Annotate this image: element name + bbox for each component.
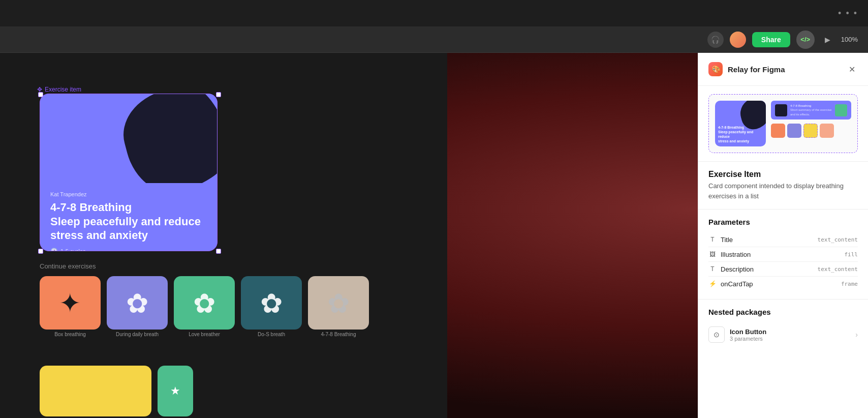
preview-row-title: 4-7-8 Breathing <box>790 104 832 108</box>
toolbar-dots: • • • <box>838 8 858 19</box>
mini-card-label-2: Love breather <box>174 332 235 337</box>
selection-label: Exercise item <box>37 86 81 93</box>
bottom-card-yellow[interactable] <box>40 366 151 416</box>
preview-row-sub: Short summary of the exercise and its ef… <box>790 108 832 116</box>
param-left-title: T Title <box>708 235 733 244</box>
exercise-card-main[interactable]: Kat Trapendez 4-7-8 BreathingSleep peace… <box>40 94 218 251</box>
param-name-oncardtap: onCardTap <box>721 280 753 288</box>
nested-packages-heading: Nested packages <box>708 308 858 316</box>
param-type-illustration: fill <box>845 251 858 258</box>
blob-icon-3: ✿ <box>260 287 283 319</box>
zoom-indicator[interactable]: 100% <box>841 36 858 43</box>
mini-card-box-breathing[interactable]: ✦ <box>40 276 101 330</box>
blob-icon-2: ✿ <box>193 287 215 319</box>
bottom-cards: ★ <box>40 366 193 416</box>
card-meta: 🕐 1-5 cycles <box>50 248 207 252</box>
mini-card-love-breather[interactable]: ✿ <box>174 276 235 330</box>
param-row-illustration: 🖼 Illustration fill <box>708 247 858 262</box>
blob-icon-4: ✿ <box>327 287 350 319</box>
nested-icon-box: ⊙ <box>708 326 725 343</box>
param-row-title: T Title text_content <box>708 232 858 247</box>
param-name-illustration: Illustration <box>721 251 751 258</box>
green-card-icon: ★ <box>170 384 180 398</box>
parameters-section: Parameters T Title text_content 🖼 Illust… <box>698 210 868 300</box>
nested-row-icon-button[interactable]: ⊙ Icon Button 3 parameters › <box>708 322 858 347</box>
param-left-description: T Description <box>708 265 754 273</box>
mini-card-do-s-breath[interactable]: ✿ <box>241 276 302 330</box>
mini-card-478-breathing[interactable]: ✿ <box>308 276 369 330</box>
blob-icon-1: ✿ <box>126 287 148 319</box>
preview-row-icon <box>775 104 787 116</box>
preview-box: 4-7-8 BreathingSleep peacefully and redu… <box>708 94 858 153</box>
panel-logo-area: 🎨 Relay for Figma <box>708 62 785 76</box>
mini-card-label-4: 4-7-8 Breathing <box>308 332 369 337</box>
canvas-area: Exercise item Kat Trapendez 4-7-8 Breath… <box>0 53 447 418</box>
clock-icon: 🕐 <box>50 248 58 252</box>
nested-packages-section: Nested packages ⊙ Icon Button 3 paramete… <box>698 300 868 355</box>
handle-br[interactable] <box>216 249 221 254</box>
card-illustration <box>40 94 217 183</box>
preview-row-card: 4-7-8 Breathing Short summary of the exe… <box>771 101 851 120</box>
nested-name: Icon Button <box>730 328 766 336</box>
nested-left: ⊙ Icon Button 3 parameters <box>708 326 766 343</box>
param-icon-title: T <box>708 235 717 244</box>
continue-section: Continue exercises ✦ Box breathing ✿ Dur… <box>40 262 369 337</box>
param-type-description: text_content <box>818 266 858 273</box>
handle-bl[interactable] <box>38 249 43 254</box>
nested-info: Icon Button 3 parameters <box>730 328 766 342</box>
component-description: Card component intended to display breat… <box>708 181 858 201</box>
star-icon: ✦ <box>59 288 81 318</box>
share-button[interactable]: Share <box>752 32 790 47</box>
preview-mini-0 <box>771 124 785 138</box>
headphone-button[interactable]: 🎧 <box>707 32 724 48</box>
component-info-section: Exercise Item Card component intended to… <box>698 162 868 210</box>
mini-card-label-3: Do-S breath <box>241 332 302 337</box>
param-name-description: Description <box>721 265 754 273</box>
component-name: Exercise Item <box>708 170 858 179</box>
card-cycles: 1-5 cycles <box>60 248 86 252</box>
mini-card-label-1: During daily breath <box>107 332 168 337</box>
mini-card-label-0: Box breathing <box>40 332 101 337</box>
preview-right: 4-7-8 Breathing Short summary of the exe… <box>771 101 851 138</box>
close-button[interactable]: ✕ <box>846 63 858 75</box>
preview-mini-3 <box>820 124 834 138</box>
mini-card-daily-breath[interactable]: ✿ <box>107 276 168 330</box>
card-content: Kat Trapendez 4-7-8 BreathingSleep peace… <box>40 183 217 251</box>
preview-card-text: 4-7-8 BreathingSleep peacefully and redu… <box>718 125 766 143</box>
param-name-title: Title <box>721 236 733 244</box>
param-left-illustration: 🖼 Illustration <box>708 250 751 258</box>
panel-header: 🎨 Relay for Figma ✕ <box>698 53 868 86</box>
continue-label: Continue exercises <box>40 262 369 270</box>
card-author: Kat Trapendez <box>50 191 207 197</box>
relay-logo: 🎨 <box>708 62 723 76</box>
param-row-oncardtap: ⚡ onCardTap frame <box>708 277 858 291</box>
exercise-cards-row: ✦ Box breathing ✿ During daily breath ✿ … <box>40 276 369 337</box>
param-left-oncardtap: ⚡ onCardTap <box>708 280 753 288</box>
param-row-description: T Description text_content <box>708 262 858 277</box>
chevron-right-icon: › <box>855 331 858 339</box>
code-button[interactable]: </> <box>796 31 815 49</box>
param-type-oncardtap: frame <box>841 281 858 287</box>
play-button[interactable]: ▶ <box>821 33 835 47</box>
right-panel: 🎨 Relay for Figma ✕ 4-7-8 BreathingSleep… <box>698 53 868 418</box>
preview-row-green-icon <box>835 104 847 116</box>
panel-preview: 4-7-8 BreathingSleep peacefully and redu… <box>698 86 868 162</box>
preview-card-large: 4-7-8 BreathingSleep peacefully and redu… <box>715 101 766 146</box>
panel-title: Relay for Figma <box>728 65 785 74</box>
card-title: 4-7-8 BreathingSleep peacefully and redu… <box>50 200 207 243</box>
preview-mini-cards <box>771 124 851 138</box>
secondary-toolbar: 🎧 Share </> ▶ 100% <box>0 26 868 53</box>
param-icon-oncardtap: ⚡ <box>708 280 717 288</box>
handle-tr[interactable] <box>216 92 221 97</box>
nested-params: 3 parameters <box>730 336 766 342</box>
preview-mini-2 <box>803 124 818 138</box>
handle-tl[interactable] <box>38 92 43 97</box>
top-toolbar: • • • <box>0 0 868 26</box>
param-icon-illustration: 🖼 <box>708 250 717 258</box>
param-icon-description: T <box>708 265 717 273</box>
parameters-heading: Parameters <box>708 218 858 226</box>
avatar[interactable] <box>730 32 746 48</box>
bottom-card-green[interactable]: ★ <box>158 366 193 416</box>
card-blob-decoration <box>114 94 217 183</box>
param-type-title: text_content <box>818 236 858 243</box>
